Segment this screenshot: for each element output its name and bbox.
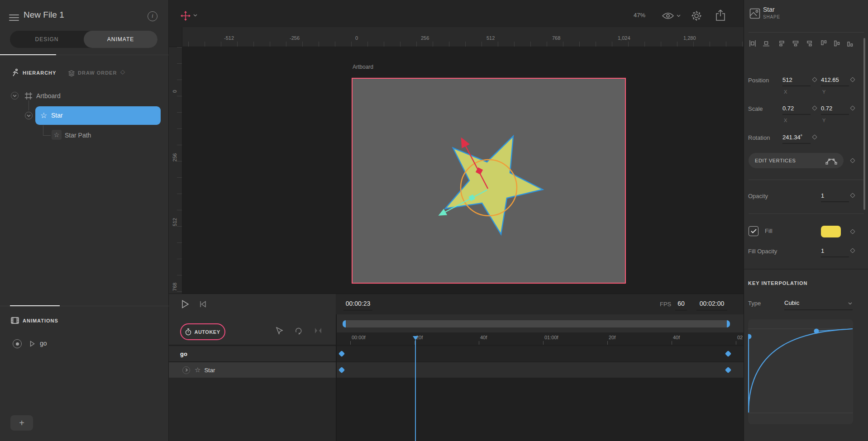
playhead-line[interactable] xyxy=(415,340,416,441)
interpolation-curve xyxy=(749,329,853,413)
scale-y-key-icon[interactable] xyxy=(850,105,855,110)
current-time-input[interactable]: 00:00:23 xyxy=(342,300,374,307)
align-top-icon[interactable] xyxy=(819,39,828,48)
timeline-ruler[interactable]: 00:00f 20f 40f 01:00f 20f 40f 02 xyxy=(337,332,744,345)
draw-order-key-icon[interactable]: ◇ xyxy=(120,68,125,75)
align-left-icon[interactable] xyxy=(778,39,787,48)
select-cursor-icon[interactable] xyxy=(276,327,283,335)
timeline-ruler-label: 40f xyxy=(673,335,680,340)
autokey-toggle[interactable]: AUTOKEY xyxy=(180,323,225,340)
work-area-bounds-icon[interactable] xyxy=(315,328,322,333)
visibility-icon[interactable] xyxy=(662,12,674,19)
rotation-label: Rotation xyxy=(748,134,770,141)
align-middle-icon[interactable] xyxy=(832,39,841,48)
scale-x-axis-label: X xyxy=(784,118,787,123)
draw-order-tab[interactable]: DRAW ORDER xyxy=(78,70,117,76)
opacity-key-icon[interactable] xyxy=(850,193,855,198)
artboard-rect[interactable] xyxy=(352,78,626,284)
fill-swatch[interactable] xyxy=(821,226,841,237)
star-expand-chevron[interactable] xyxy=(25,112,33,119)
opacity-input[interactable]: 1 xyxy=(821,192,848,199)
canvas[interactable]: Artboard -512 -256 0 256 51 xyxy=(169,27,744,294)
interpolation-type-label: Type xyxy=(748,300,761,307)
position-label: Position xyxy=(748,77,769,84)
scale-x-input[interactable]: 0.72 xyxy=(782,105,810,112)
vertices-key-icon[interactable] xyxy=(850,158,855,163)
hierarchy-icon xyxy=(12,69,19,77)
rotation-key-icon[interactable] xyxy=(812,134,817,139)
info-icon[interactable]: i xyxy=(148,11,157,21)
fill-opacity-key-icon[interactable] xyxy=(850,248,855,253)
play-button[interactable] xyxy=(181,300,189,308)
keyframe-diamond[interactable] xyxy=(725,351,731,357)
playhead-handle[interactable] xyxy=(413,336,418,340)
edit-vertices-button[interactable]: EDIT VERTICES xyxy=(749,153,844,168)
artboard-expand-chevron[interactable] xyxy=(11,92,19,100)
keyframe-diamond[interactable] xyxy=(725,367,731,373)
work-area-start-handle[interactable] xyxy=(343,320,346,327)
fill-checkbox[interactable] xyxy=(749,226,758,236)
inspector-scrollbar[interactable] xyxy=(863,38,865,210)
tab-design[interactable]: DESIGN xyxy=(10,31,84,48)
artboard-canvas-label[interactable]: Artboard xyxy=(353,64,373,70)
hruler-label: 768 xyxy=(552,35,560,41)
canvas-toolbar: 47% xyxy=(169,0,744,27)
settings-gear-icon[interactable] xyxy=(691,10,702,21)
position-x-key-icon[interactable] xyxy=(812,77,817,82)
align-vertical-center-icon[interactable] xyxy=(762,39,771,48)
inspector-panel: Star SHAPE Position 512 xyxy=(744,0,868,441)
position-y-key-icon[interactable] xyxy=(850,77,855,82)
align-horizontal-center-icon[interactable] xyxy=(748,39,757,48)
loop-icon[interactable] xyxy=(295,327,303,335)
scale-y-axis-label: Y xyxy=(822,118,825,123)
tree-item-star-path[interactable]: Star Path xyxy=(65,132,91,139)
fps-input[interactable]: 60 xyxy=(674,300,688,307)
position-x-input[interactable]: 512 xyxy=(782,76,810,83)
horizontal-ruler[interactable]: -512 -256 0 256 512 768 1,024 1,280 xyxy=(169,27,744,47)
vertical-ruler[interactable]: 0 256 512 768 xyxy=(169,47,182,294)
star-icon: ☆ xyxy=(195,366,200,374)
fill-key-icon[interactable] xyxy=(850,229,855,234)
duration-input[interactable]: 00:02:00 xyxy=(695,300,729,307)
tool-dropdown-chevron[interactable] xyxy=(193,14,197,17)
animation-item-go[interactable]: go xyxy=(40,340,47,347)
interpolation-curve-editor[interactable] xyxy=(748,319,853,424)
work-area-bar[interactable] xyxy=(343,320,730,327)
align-center-icon[interactable] xyxy=(791,39,800,48)
interpolation-type-select[interactable]: Cubic xyxy=(784,299,799,306)
curve-handle-in[interactable] xyxy=(748,334,752,339)
add-button[interactable]: + xyxy=(10,415,33,431)
fill-opacity-input[interactable]: 1 xyxy=(821,247,848,254)
scale-x-key-icon[interactable] xyxy=(812,105,817,110)
zoom-level[interactable]: 47% xyxy=(630,12,649,19)
tree-item-artboard[interactable]: Artboard xyxy=(36,92,61,100)
keyframe-diamond[interactable] xyxy=(339,351,345,357)
work-area-end-handle[interactable] xyxy=(727,320,730,327)
tab-animate[interactable]: ANIMATE xyxy=(84,31,157,48)
align-bottom-icon[interactable] xyxy=(845,39,854,48)
track-expand-chevron[interactable] xyxy=(182,366,190,374)
animation-play-icon[interactable] xyxy=(30,341,35,347)
selection-name: Star xyxy=(763,6,775,13)
vruler-label: 512 xyxy=(172,214,177,230)
align-right-icon[interactable] xyxy=(804,39,813,48)
section-divider-handle[interactable] xyxy=(10,305,60,306)
scale-y-input[interactable]: 0.72 xyxy=(821,105,848,112)
move-tool-icon[interactable] xyxy=(181,11,191,21)
tree-item-star-label[interactable]: Star xyxy=(51,112,63,119)
hierarchy-tab[interactable]: HIERARCHY xyxy=(23,70,56,76)
fill-opacity-label: Fill Opacity xyxy=(748,248,777,255)
track-label-star[interactable]: Star xyxy=(204,367,215,374)
rotation-input[interactable]: 241.34° xyxy=(782,134,802,141)
animation-radio[interactable] xyxy=(13,339,22,348)
curve-handle-out[interactable] xyxy=(814,329,819,334)
hamburger-menu-icon[interactable] xyxy=(9,13,19,23)
selection-type: SHAPE xyxy=(763,14,780,19)
track-label-go[interactable]: go xyxy=(180,351,187,357)
interpolation-chevron-icon[interactable] xyxy=(848,302,852,305)
visibility-chevron[interactable] xyxy=(677,14,681,17)
position-y-input[interactable]: 412.65 xyxy=(821,76,848,83)
skip-to-start-button[interactable] xyxy=(200,301,206,308)
keyframe-diamond[interactable] xyxy=(339,367,345,373)
share-export-icon[interactable] xyxy=(715,9,725,21)
